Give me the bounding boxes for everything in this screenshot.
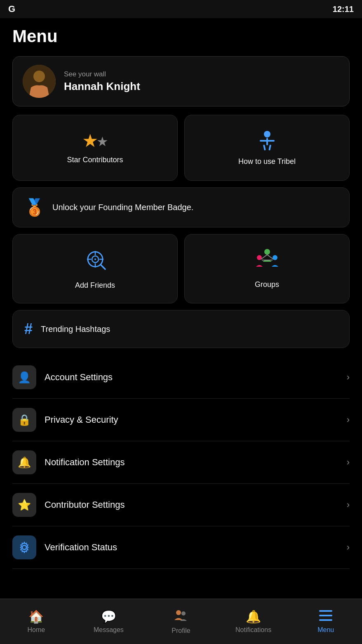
grid-row-2: Add Friends [12, 234, 350, 303]
bell-icon: 🔔 [18, 456, 31, 469]
svg-line-20 [267, 255, 273, 259]
contributor-settings-item[interactable]: ⭐ Contributor Settings › [12, 484, 350, 526]
groups-card[interactable]: Groups [184, 234, 350, 303]
privacy-security-icon-wrap: 🔒 [12, 408, 36, 432]
add-friends-card[interactable]: Add Friends [12, 234, 178, 303]
chevron-right-icon: › [347, 542, 350, 553]
bottom-nav: 🏠 Home 💬 Messages Profile 🔔 Notification… [0, 599, 362, 644]
add-friends-label: Add Friends [75, 281, 115, 290]
svg-point-16 [264, 249, 270, 255]
groups-label: Groups [255, 280, 279, 289]
privacy-security-item[interactable]: 🔒 Privacy & Security › [12, 399, 350, 441]
menu-icon [319, 610, 332, 624]
star-contributors-icon: ★ ★ [82, 132, 108, 150]
home-icon: 🏠 [28, 609, 44, 624]
profile-subtitle: See your wall [64, 70, 140, 78]
svg-rect-25 [319, 610, 332, 612]
nav-notifications[interactable]: 🔔 Notifications [217, 599, 290, 644]
svg-point-24 [181, 611, 186, 616]
avatar [23, 65, 56, 98]
how-to-use-card[interactable]: How to use Tribel [184, 115, 350, 181]
star-contributors-label: Star Contributors [67, 156, 123, 164]
svg-point-1 [33, 71, 45, 82]
privacy-security-label: Privacy & Security [45, 414, 347, 425]
grid-row-1: ★ ★ Star Contributors How to use Tribel [12, 115, 350, 181]
add-friends-icon [84, 248, 107, 275]
founding-member-label: Unlock your Founding Member Badge. [52, 203, 193, 212]
svg-rect-5 [260, 140, 275, 142]
nav-messages[interactable]: 💬 Messages [73, 599, 145, 644]
main-content: Menu See your wall Hannah Knight ★ ★ [0, 18, 362, 618]
google-logo: G [8, 4, 15, 14]
chevron-right-icon: › [347, 414, 350, 425]
founding-member-banner[interactable]: 🥉 Unlock your Founding Member Badge. [12, 187, 350, 227]
svg-rect-7 [268, 144, 271, 151]
chevron-right-icon: › [347, 457, 350, 468]
svg-rect-6 [263, 144, 266, 151]
account-settings-icon-wrap: 👤 [12, 365, 36, 389]
svg-point-23 [176, 610, 181, 615]
nav-notifications-label: Notifications [235, 626, 271, 634]
contributor-settings-icon-wrap: ⭐ [12, 493, 36, 517]
chevron-right-icon: › [347, 372, 350, 383]
svg-line-19 [261, 255, 267, 259]
time-display: 12:11 [333, 5, 354, 14]
verification-status-icon-wrap [12, 535, 36, 559]
profile-info: See your wall Hannah Knight [64, 70, 140, 93]
profile-icon [174, 608, 188, 625]
settings-section: 👤 Account Settings › 🔒 Privacy & Securit… [12, 356, 350, 569]
nav-messages-label: Messages [94, 626, 124, 634]
hashtag-icon: # [24, 320, 33, 338]
notification-settings-icon-wrap: 🔔 [12, 450, 36, 474]
svg-rect-27 [319, 619, 332, 621]
how-to-use-icon [256, 130, 278, 152]
messages-icon: 💬 [101, 609, 116, 624]
verification-status-label: Verification Status [45, 542, 347, 553]
person-icon: 👤 [18, 371, 31, 384]
svg-rect-26 [319, 615, 332, 616]
lock-icon: 🔒 [18, 414, 31, 426]
nav-menu[interactable]: Menu [289, 599, 362, 644]
svg-point-22 [22, 545, 26, 549]
contributor-settings-label: Contributor Settings [45, 500, 347, 510]
how-to-use-label: How to use Tribel [238, 157, 296, 166]
nav-profile-label: Profile [172, 627, 190, 635]
notification-settings-label: Notification Settings [45, 457, 347, 468]
page-title: Menu [12, 26, 350, 46]
verification-status-item[interactable]: Verification Status › [12, 526, 350, 569]
star-icon: ⭐ [18, 499, 31, 511]
notification-settings-item[interactable]: 🔔 Notification Settings › [12, 441, 350, 484]
trending-hashtags-label: Trending Hashtags [41, 324, 110, 334]
star-contributors-card[interactable]: ★ ★ Star Contributors [12, 115, 178, 181]
svg-point-10 [94, 258, 96, 260]
nav-home[interactable]: 🏠 Home [0, 599, 73, 644]
chevron-right-icon: › [347, 500, 350, 510]
trending-hashtags-banner[interactable]: # Trending Hashtags [12, 310, 350, 348]
account-settings-label: Account Settings [45, 372, 347, 383]
svg-line-15 [101, 265, 105, 269]
profile-name: Hannah Knight [64, 80, 140, 93]
profile-card[interactable]: See your wall Hannah Knight [12, 56, 350, 107]
notifications-icon: 🔔 [246, 609, 261, 624]
account-settings-item[interactable]: 👤 Account Settings › [12, 356, 350, 399]
svg-point-3 [264, 131, 270, 137]
nav-profile[interactable]: Profile [145, 599, 217, 644]
nav-home-label: Home [27, 626, 45, 634]
medal-icon: 🥉 [24, 198, 45, 217]
nav-menu-label: Menu [317, 626, 334, 634]
groups-icon [254, 249, 280, 275]
status-bar: G 12:11 [0, 0, 362, 18]
gear-icon [18, 541, 31, 554]
